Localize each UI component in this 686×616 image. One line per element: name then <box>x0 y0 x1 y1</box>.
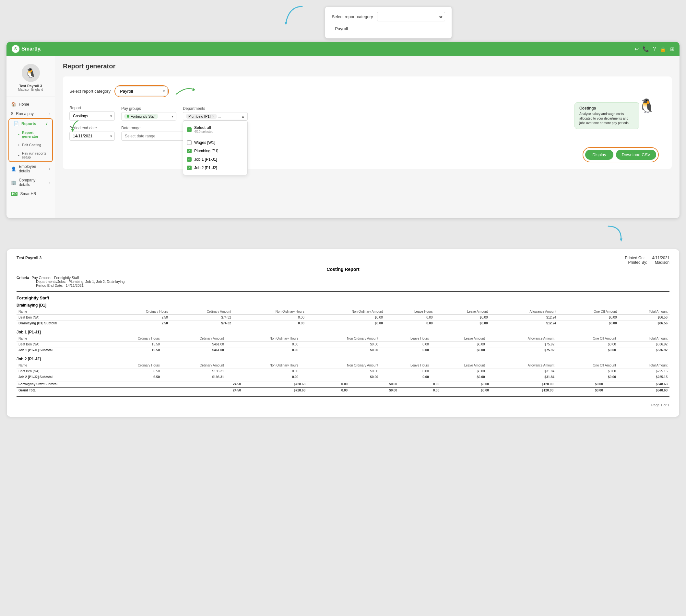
cell-nonord-amount-j1: $0.00 <box>300 342 380 347</box>
select-all-row[interactable]: − Select all 4/10 selected <box>183 124 248 137</box>
sidebar-item-employee-details[interactable]: 👤 Employee details › <box>6 162 55 176</box>
report-select[interactable]: Costings <box>69 111 115 120</box>
cell-allowance-j1: $75.92 <box>487 342 556 347</box>
grand-total-row: Grand Total 24.50 $728.63 0.00 $0.00 0.0… <box>17 387 669 393</box>
download-csv-button[interactable]: Download CSV <box>616 150 656 160</box>
sect-sub-noa: $0.00 <box>349 381 399 388</box>
j1-subtotal-nonord-hours: 0.00 <box>226 347 301 353</box>
lock-icon[interactable]: 🔒 <box>660 46 666 52</box>
col-ord-hours: Ordinary Hours <box>112 309 170 315</box>
daterange-input[interactable] <box>121 132 186 141</box>
cell-ord-hours-j1: 15.50 <box>103 342 162 347</box>
section-fortnightly: Fortnightly Staff <box>17 295 669 301</box>
page-title: Report generator <box>63 63 672 70</box>
printed-on-value: 4/11/2021 <box>652 256 669 260</box>
penguin-icon: 🐧 <box>638 98 655 114</box>
printed-by-row: Printed By: Madison <box>625 260 669 265</box>
cell-ord-hours: 2.50 <box>112 315 170 321</box>
refresh-icon[interactable]: ↩ <box>635 46 639 52</box>
sect-sub-total: $848.63 <box>605 381 669 388</box>
sidebar-item-pay-run-reports-setup[interactable]: • Pay run reports setup <box>9 149 52 161</box>
col-leave-hours-j2: Leave Hours <box>380 362 431 369</box>
sect-sub-ord-h: 24.50 <box>193 381 243 388</box>
reports-icon: 📄 <box>14 121 19 126</box>
sidebar-item-edit-costing[interactable]: • Edit Costing <box>9 141 52 149</box>
cell-nonord-hours-j1: 0.00 <box>226 342 301 347</box>
bullet-icon-2: • <box>18 143 19 147</box>
cell-nonord-hours: 0.00 <box>233 315 306 321</box>
sidebar-item-reports[interactable]: 📄 Reports ∨ <box>9 119 52 128</box>
wages-checkbox[interactable] <box>187 140 192 145</box>
job1-checkbox[interactable]: ✓ <box>187 157 192 162</box>
sidebar-label-home: Home <box>19 102 29 107</box>
job2-checkbox[interactable]: ✓ <box>187 166 192 170</box>
sidebar: 🐧 Test Payroll 3 Madison England 🏠 Home … <box>6 56 55 218</box>
display-button[interactable]: Display <box>585 150 614 160</box>
grand-lh: 0.00 <box>399 387 441 393</box>
j1-subtotal-ord-hours: 15.50 <box>103 347 162 353</box>
cell-total-j1: $536.92 <box>618 342 669 347</box>
chevron-right-icon-2: › <box>49 167 50 171</box>
payroll-option[interactable]: Payroll <box>331 24 445 33</box>
sect-sub-allow: $120.00 <box>491 381 555 388</box>
col-total: Total Amount <box>619 309 669 315</box>
j2-subtotal-label: Job 2 [P1-J2] Subtotal <box>17 374 103 380</box>
dept-option-job1[interactable]: ✓ Job 1 [P1-J1] <box>183 155 248 163</box>
departments-select[interactable]: Plumbing [P1] ✕ ... ▲ <box>183 112 248 120</box>
green-arrow-right <box>173 83 199 99</box>
report-footer-divider <box>17 396 669 397</box>
paygroups-label: Pay groups <box>121 106 176 111</box>
section-drainlaying: Drainlaying [D1] <box>17 303 669 308</box>
cell-total-j2: $225.15 <box>618 369 669 374</box>
chevron-up-icon: ▲ <box>439 15 443 19</box>
criteria-main-label: Criteria <box>17 276 29 280</box>
section-subtotal-row: Fortnightly Staff Subtotal 24.50 $728.63… <box>17 381 669 388</box>
floating-category-input[interactable]: payroll <box>377 12 445 21</box>
reports-section: 📄 Reports ∨ • Report generator • Edit Co… <box>8 118 53 162</box>
sidebar-item-report-generator[interactable]: • Report generator <box>9 128 52 141</box>
phone-icon[interactable]: 📞 <box>643 46 649 52</box>
dept-option-wages[interactable]: Wages [W1] <box>183 138 248 147</box>
subtotal-leave-hours: 0.00 <box>385 321 435 326</box>
j2-subtotal-nonord-hours: 0.00 <box>226 374 301 380</box>
report-output: Test Payroll 3 Printed On: 4/11/2021 Pri… <box>6 249 680 417</box>
cell-allowance: $12.24 <box>490 315 558 321</box>
paygroups-select[interactable]: Fortnightly Staff ▾ <box>121 112 176 120</box>
sidebar-label-report-generator: Report generator <box>22 131 48 138</box>
job2-subtotal: Job 2 [P1-J2] Subtotal 6.50 $193.31 0.00… <box>17 374 669 380</box>
grand-total-label: Grand Total <box>17 387 193 393</box>
grand-oo: $0.00 <box>555 387 605 393</box>
floating-report-category-dropdown: Select report category payroll ▲ Payroll <box>325 6 452 39</box>
svg-marker-1 <box>192 88 195 91</box>
report-group: Report Costings <box>69 106 115 120</box>
category-select[interactable]: Payroll <box>116 87 168 96</box>
building-icon: 🏢 <box>11 180 16 185</box>
printed-on-label: Printed On: <box>625 256 645 260</box>
chevron-right-icon-3: › <box>49 181 50 184</box>
col-nonord-amount-j2: Non Ordinary Amount <box>300 362 380 369</box>
sidebar-item-run-a-pay[interactable]: $ Run a pay › <box>6 109 55 118</box>
col-ord-amount-j2: Ordinary Amount <box>162 362 226 369</box>
col-name: Name <box>17 309 112 315</box>
col-allowance: Allowance Amount <box>490 309 558 315</box>
dept-option-job2[interactable]: ✓ Job 2 [P1-J2] <box>183 163 248 172</box>
cell-allowance-j2: $31.84 <box>487 369 556 374</box>
sidebar-item-company-details[interactable]: 🏢 Company details › <box>6 176 55 189</box>
grid-icon[interactable]: ⊞ <box>670 46 674 52</box>
period-select[interactable]: 14/11/2021 <box>69 132 115 141</box>
tooltip-body: Analyse salary and wage costs allocated … <box>579 112 635 126</box>
floating-category-label: Select report category <box>331 14 373 19</box>
dept-tag-close[interactable]: ✕ <box>212 115 214 118</box>
sidebar-item-smarthr[interactable]: HR SmartHR <box>6 189 55 198</box>
col-nonord-amount: Non Ordinary Amount <box>306 309 385 315</box>
j2-subtotal-ord-hours: 6.50 <box>103 374 162 380</box>
j2-subtotal-oneoff: $0.00 <box>556 374 618 380</box>
select-all-checkbox[interactable]: − <box>187 127 192 132</box>
dept-option-plumbing[interactable]: ✓ Plumbing [P1] <box>183 147 248 155</box>
cell-ord-amount-j1: $461.00 <box>162 342 226 347</box>
plumbing-checkbox[interactable]: ✓ <box>187 149 192 153</box>
help-icon[interactable]: ? <box>653 46 656 52</box>
sect-sub-lh: 0.00 <box>399 381 441 388</box>
j1-subtotal-ord-amount: $461.00 <box>162 347 226 353</box>
sidebar-item-home[interactable]: 🏠 Home <box>6 100 55 109</box>
